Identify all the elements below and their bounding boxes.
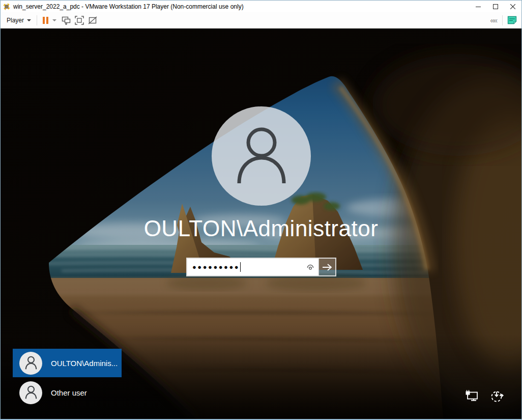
lock-screen-corner-buttons — [465, 389, 504, 403]
power-update-button[interactable] — [490, 389, 504, 403]
user-list-item-other-user[interactable]: Other user — [13, 378, 122, 407]
send-ctrl-alt-del-icon — [61, 15, 71, 25]
toolbar-separator — [37, 15, 37, 25]
fullscreen-button[interactable] — [73, 14, 86, 26]
unity-mode-button[interactable] — [86, 14, 99, 26]
password-input[interactable]: ●●●●●●●●● — [187, 259, 318, 275]
suspend-vm-button[interactable] — [40, 15, 51, 25]
chevron-down-icon — [27, 19, 31, 21]
message-log-button[interactable] — [505, 14, 518, 26]
collapse-toolbar-button[interactable]: «« — [487, 15, 500, 25]
user-avatar-icon — [231, 123, 292, 189]
window-title: win_server_2022_a_pdc - VMware Workstati… — [13, 3, 470, 10]
reveal-password-button[interactable] — [303, 259, 318, 275]
user-list-item-label: OULTON\Adminis... — [51, 359, 118, 368]
password-row: ●●●●●●●●● — [186, 258, 336, 276]
collapse-toolbar-icon: «« — [490, 16, 497, 24]
user-avatar-icon — [24, 385, 38, 400]
send-ctrl-alt-del-button[interactable] — [60, 14, 73, 26]
text-caret — [240, 262, 241, 272]
vm-display[interactable]: OULTON\Administrator ●●●●●●●●● — [1, 29, 521, 419]
titlebar[interactable]: win_server_2022_a_pdc - VMware Workstati… — [1, 1, 521, 12]
reveal-password-icon — [306, 264, 314, 271]
power-update-icon — [490, 389, 504, 403]
signin-username: OULTON\Administrator — [1, 216, 521, 241]
network-icon — [465, 389, 479, 403]
vmware-window: win_server_2022_a_pdc - VMware Workstati… — [0, 0, 522, 420]
user-list-item-administrator[interactable]: OULTON\Adminis... — [13, 349, 122, 377]
chevron-down-icon — [52, 19, 56, 21]
minimize-button[interactable] — [470, 1, 487, 12]
password-masked-value: ●●●●●●●●● — [187, 264, 240, 270]
user-list: OULTON\Adminis... Other user — [13, 349, 122, 408]
fullscreen-icon — [74, 15, 84, 25]
pause-icon — [43, 17, 48, 24]
avatar — [212, 106, 311, 206]
close-button[interactable] — [504, 1, 521, 12]
unity-icon — [88, 15, 98, 25]
network-button[interactable] — [465, 389, 479, 403]
maximize-icon — [493, 4, 498, 9]
user-list-item-label: Other user — [51, 388, 87, 397]
message-log-icon — [507, 16, 517, 24]
avatar — [19, 381, 42, 404]
close-icon — [510, 4, 515, 9]
user-avatar-icon — [24, 355, 38, 371]
maximize-button[interactable] — [487, 1, 504, 12]
submit-arrow-icon — [322, 263, 332, 271]
avatar — [19, 352, 42, 375]
submit-password-button[interactable] — [318, 259, 335, 275]
vmware-app-icon — [3, 3, 11, 11]
toolbar-separator — [502, 15, 503, 25]
toolbar: Player — [1, 12, 521, 29]
player-menu-button[interactable]: Player — [4, 15, 34, 25]
power-options-dropdown[interactable] — [51, 18, 60, 23]
player-menu-label: Player — [7, 17, 24, 24]
minimize-icon — [476, 4, 481, 9]
